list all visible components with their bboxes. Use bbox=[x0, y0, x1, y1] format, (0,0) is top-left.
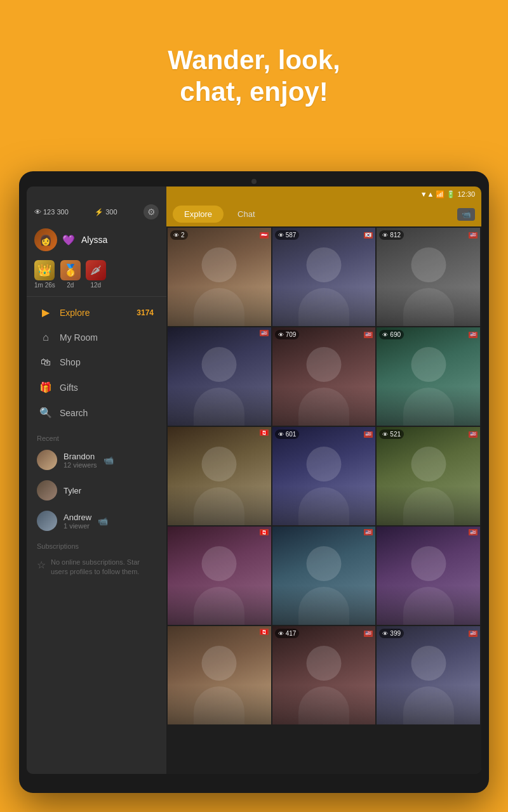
top-bar: Explore Chat 📹 bbox=[166, 202, 481, 226]
nav-item-search[interactable]: 🔍 Search bbox=[29, 400, 164, 425]
grid-cell-c4[interactable]: 🇺🇸 bbox=[168, 327, 271, 426]
badges-row: 👑 1m 26s 🥇 2d 🌶 12d bbox=[34, 256, 159, 291]
grid-cell-c15[interactable]: 👁399🇺🇸 bbox=[377, 626, 480, 724]
cell-top-bar: 🇺🇸 bbox=[275, 529, 373, 535]
flag-icon: 🇺🇸 bbox=[364, 529, 373, 535]
cell-overlay bbox=[377, 228, 480, 326]
cell-top-bar: 👁709🇺🇸 bbox=[275, 330, 373, 339]
flag-icon: 🇨🇦 bbox=[260, 529, 269, 535]
sidebar-stats: 👁 123 300 ⚡ 300 ⚙ bbox=[34, 204, 159, 219]
flag-icon: 🇺🇸 bbox=[469, 431, 478, 438]
time-display: 12:30 bbox=[457, 190, 475, 198]
search-icon: 🔍 bbox=[39, 407, 52, 419]
shop-label: Shop bbox=[60, 357, 81, 367]
heart-icon: 💜 bbox=[62, 234, 75, 246]
star-icon: ☆ bbox=[37, 559, 46, 571]
flag-icon: 🇺🇸 bbox=[469, 332, 478, 338]
grid-cell-c1[interactable]: 👁2🇦🇹 bbox=[168, 228, 271, 326]
eye-icon: 👁 bbox=[382, 232, 388, 239]
flag-icon: 🇺🇸 bbox=[364, 431, 373, 438]
main-content: ▼▲ 📶 🔋 12:30 Explore Chat 📹 👁2🇦🇹👁587🇰🇷👁8… bbox=[166, 187, 481, 774]
cell-overlay bbox=[377, 626, 480, 724]
grid-cell-c10[interactable]: 🇨🇦 bbox=[168, 527, 271, 625]
flag-icon: 🇰🇷 bbox=[364, 232, 373, 239]
grid-cell-c13[interactable]: 🇨🇦 bbox=[168, 626, 271, 724]
cell-top-bar: 👁417🇺🇸 bbox=[275, 629, 373, 638]
viewers-stat: 👁 123 300 bbox=[34, 208, 69, 216]
nav-item-shop[interactable]: 🛍 Shop bbox=[29, 350, 164, 374]
grid-cell-c11[interactable]: 🇺🇸 bbox=[272, 527, 376, 625]
grid-cell-c7[interactable]: 🇨🇦 bbox=[168, 427, 271, 525]
nav-item-myroom[interactable]: ⌂ My Room bbox=[29, 325, 164, 350]
eye-icon: 👁 bbox=[382, 332, 388, 338]
status-bar: ▼▲ 📶 🔋 12:30 bbox=[166, 187, 481, 202]
recent-item-tyler[interactable]: Tyler bbox=[27, 475, 166, 506]
vip-badge: 👑 1m 26s bbox=[34, 260, 55, 289]
coin-badge: 🥇 2d bbox=[60, 260, 81, 289]
cell-overlay bbox=[377, 427, 480, 525]
recent-item-andrew[interactable]: Andrew 1 viewer 📹 bbox=[27, 506, 166, 536]
cell-top-bar: 🇨🇦 bbox=[170, 629, 269, 635]
cell-viewers: 👁601 bbox=[275, 429, 300, 439]
grid-cell-c6[interactable]: 👁690🇺🇸 bbox=[377, 327, 480, 426]
cell-top-bar: 👁812🇺🇸 bbox=[379, 230, 478, 240]
cell-overlay bbox=[377, 527, 480, 625]
tab-chat[interactable]: Chat bbox=[226, 206, 266, 223]
camera-button[interactable]: 📹 bbox=[457, 208, 475, 221]
sidebar: 👁 123 300 ⚡ 300 ⚙ 👩 💜 Alyssa bbox=[27, 187, 166, 774]
recent-item-brandon[interactable]: Brandon 12 viewers 📹 bbox=[27, 445, 166, 475]
eye-icon: 👁 bbox=[278, 232, 284, 239]
user-row: 👩 💜 Alyssa bbox=[34, 226, 159, 256]
sidebar-header: 👁 123 300 ⚡ 300 ⚙ 👩 💜 Alyssa bbox=[27, 187, 166, 297]
grid-cell-c12[interactable]: 🇺🇸 bbox=[377, 527, 480, 625]
cell-viewers: 👁587 bbox=[275, 230, 300, 240]
grid-cell-c14[interactable]: 👁417🇺🇸 bbox=[272, 626, 376, 724]
explore-icon: ▶ bbox=[39, 306, 52, 318]
viewers-count: 123 300 bbox=[43, 208, 69, 216]
cell-viewers: 👁812 bbox=[379, 230, 404, 240]
cell-top-bar: 🇨🇦 bbox=[170, 429, 269, 436]
status-icons: ▼▲ 📶 🔋 12:30 bbox=[420, 190, 475, 199]
brandon-viewers: 12 viewers bbox=[64, 461, 97, 469]
coin-badge-icon: 🥇 bbox=[60, 260, 81, 280]
grid-cell-c9[interactable]: 👁521🇺🇸 bbox=[377, 427, 480, 525]
cell-viewers: 👁521 bbox=[379, 429, 404, 439]
eye-icon: 👁 bbox=[382, 631, 388, 637]
grid-cell-c3[interactable]: 👁812🇺🇸 bbox=[377, 228, 480, 326]
andrew-video-icon: 📹 bbox=[98, 516, 108, 526]
cell-overlay bbox=[272, 228, 376, 326]
cell-overlay bbox=[272, 327, 376, 426]
nav-item-explore[interactable]: ▶ Explore 3174 bbox=[29, 300, 164, 325]
cell-overlay bbox=[272, 626, 376, 724]
flag-icon: 🇺🇸 bbox=[469, 631, 478, 637]
cell-overlay bbox=[272, 427, 376, 525]
brandon-avatar bbox=[37, 450, 57, 470]
andrew-viewers: 1 viewer bbox=[64, 522, 91, 530]
tab-explore[interactable]: Explore bbox=[173, 206, 224, 223]
gift-label: 12d bbox=[90, 282, 101, 289]
flag-icon: 🇺🇸 bbox=[469, 529, 478, 535]
grid-cell-c8[interactable]: 👁601🇺🇸 bbox=[272, 427, 376, 525]
cell-overlay bbox=[168, 228, 271, 326]
signal-icon: ▼▲ bbox=[420, 190, 434, 198]
nav-item-gifts[interactable]: 🎁 Gifts bbox=[29, 375, 164, 400]
cell-overlay bbox=[272, 527, 376, 625]
battery-icon: 🔋 bbox=[446, 190, 455, 199]
flag-icon: 🇨🇦 bbox=[260, 429, 269, 436]
nav-section: ▶ Explore 3174 ⌂ My Room 🛍 Shop 🎁 Gifts bbox=[27, 297, 166, 428]
andrew-avatar bbox=[37, 511, 57, 531]
settings-button[interactable]: ⚙ bbox=[144, 204, 159, 219]
recent-label: Recent bbox=[27, 428, 166, 445]
grid-cell-c2[interactable]: 👁587🇰🇷 bbox=[272, 228, 376, 326]
vip-badge-icon: 👑 bbox=[34, 260, 55, 280]
gifts-icon: 🎁 bbox=[39, 381, 52, 393]
gift-badge-icon: 🌶 bbox=[86, 260, 106, 280]
tabs-row: Explore Chat bbox=[173, 206, 267, 223]
andrew-name: Andrew bbox=[64, 513, 91, 522]
cell-viewers: 👁399 bbox=[379, 629, 404, 638]
coin-label: 2d bbox=[67, 282, 74, 289]
myroom-label: My Room bbox=[60, 332, 98, 343]
flag-icon: 🇦🇹 bbox=[260, 232, 269, 239]
hero-text: Wander, look, chat, enjoy! bbox=[0, 0, 508, 108]
grid-cell-c5[interactable]: 👁709🇺🇸 bbox=[272, 327, 376, 426]
